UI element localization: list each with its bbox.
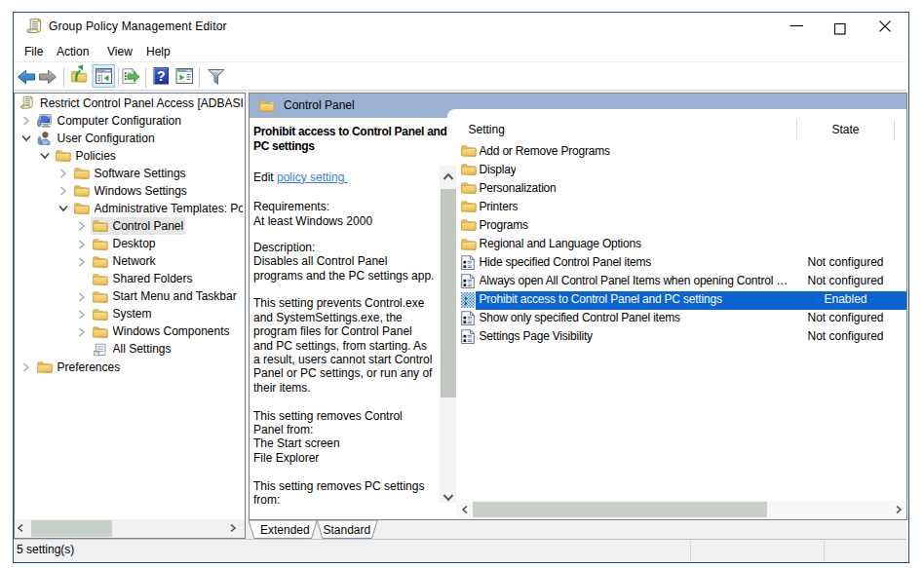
svg-text:?: ? [157, 68, 166, 84]
